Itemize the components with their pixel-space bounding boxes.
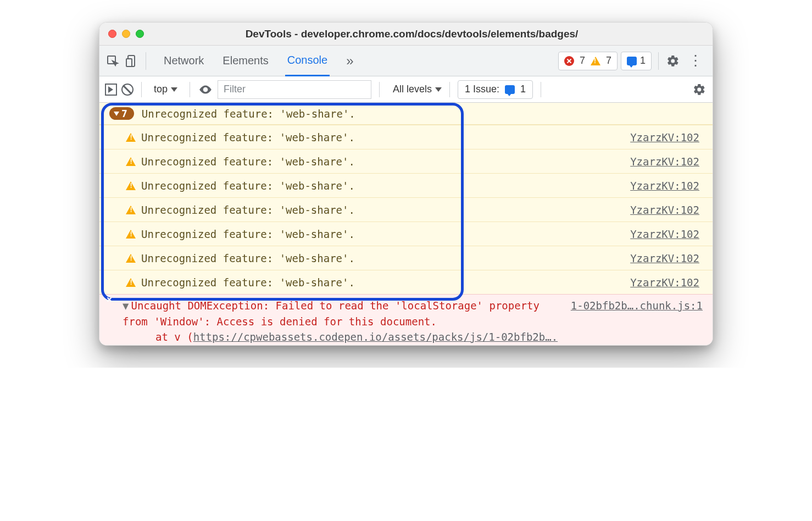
levels-label: All levels bbox=[393, 84, 432, 95]
filter-input[interactable] bbox=[218, 80, 371, 99]
toolbar-separator bbox=[146, 52, 146, 70]
tab-console[interactable]: Console bbox=[285, 46, 330, 76]
warning-icon bbox=[126, 206, 136, 214]
warning-row[interactable]: Unrecognized feature: 'web-share'. Yzarz… bbox=[99, 221, 713, 246]
clear-console-icon[interactable] bbox=[121, 84, 134, 96]
error-icon bbox=[564, 56, 574, 66]
log-levels-selector[interactable]: All levels bbox=[393, 84, 442, 95]
dropdown-icon bbox=[171, 87, 177, 92]
source-link[interactable]: YzarzKV:102 bbox=[630, 204, 699, 216]
issues-button[interactable]: 1 bbox=[621, 52, 652, 70]
warning-icon bbox=[126, 254, 136, 263]
warning-icon bbox=[126, 157, 136, 166]
warning-count: 7 bbox=[606, 55, 611, 66]
separator bbox=[190, 82, 190, 97]
source-link[interactable]: YzarzKV:102 bbox=[630, 131, 699, 143]
issues-pill-count: 1 bbox=[520, 84, 526, 95]
context-selector[interactable]: top bbox=[149, 81, 182, 97]
warning-message: Unrecognized feature: 'web-share'. bbox=[141, 156, 630, 168]
group-count: 7 bbox=[121, 108, 127, 119]
maximize-window-button[interactable] bbox=[136, 30, 144, 38]
group-message: Unrecognized feature: 'web-share'. bbox=[142, 108, 355, 120]
minimize-window-button[interactable] bbox=[122, 30, 130, 38]
source-link[interactable]: YzarzKV:102 bbox=[630, 156, 699, 168]
separator bbox=[379, 82, 380, 97]
warning-icon bbox=[591, 57, 600, 65]
issues-pill[interactable]: 1 Issue: 1 bbox=[458, 80, 533, 99]
warning-message: Unrecognized feature: 'web-share'. bbox=[141, 276, 630, 289]
error-count: 7 bbox=[580, 55, 585, 66]
inspect-element-icon[interactable] bbox=[105, 53, 120, 69]
separator bbox=[141, 82, 142, 97]
expand-icon bbox=[114, 112, 119, 116]
issues-label: 1 Issue: bbox=[465, 84, 499, 95]
console-log-pane: 7 Unrecognized feature: 'web-share'. Unr… bbox=[99, 103, 713, 345]
settings-icon[interactable] bbox=[665, 53, 681, 69]
warning-icon bbox=[126, 278, 136, 287]
warning-icon bbox=[126, 181, 136, 190]
group-count-badge: 7 bbox=[109, 107, 134, 120]
warning-icon bbox=[126, 133, 136, 142]
toolbar-separator bbox=[658, 52, 659, 70]
source-link[interactable]: YzarzKV:102 bbox=[630, 180, 699, 192]
title-bar: DevTools - developer.chrome.com/docs/dev… bbox=[99, 23, 713, 46]
more-options-icon[interactable]: ⋮ bbox=[684, 52, 707, 69]
warning-icon bbox=[126, 230, 136, 239]
error-row[interactable]: 1-02bfb2b….chunk.js:1 ▼Uncaught DOMExcep… bbox=[99, 294, 713, 345]
separator bbox=[541, 82, 541, 97]
source-link[interactable]: YzarzKV:102 bbox=[630, 252, 699, 264]
device-toggle-icon[interactable] bbox=[124, 53, 139, 69]
warning-row[interactable]: Unrecognized feature: 'web-share'. Yzarz… bbox=[99, 270, 713, 294]
error-message: Uncaught DOMException: Failed to read th… bbox=[123, 300, 540, 328]
devtools-window: DevTools - developer.chrome.com/docs/dev… bbox=[99, 22, 713, 346]
issues-icon bbox=[505, 85, 515, 94]
issues-icon bbox=[627, 57, 637, 65]
warning-row[interactable]: Unrecognized feature: 'web-share'. Yzarz… bbox=[99, 125, 713, 149]
stack-trace: at v (https://cpwebassets.codepen.io/ass… bbox=[123, 329, 703, 345]
console-filter-bar: top All levels 1 Issue: 1 bbox=[99, 76, 713, 103]
collapse-icon[interactable]: ▼ bbox=[123, 300, 129, 312]
main-toolbar: Network Elements Console » 7 7 1 ⋮ bbox=[99, 46, 713, 76]
svg-rect-2 bbox=[126, 59, 132, 66]
warning-row[interactable]: Unrecognized feature: 'web-share'. Yzarz… bbox=[99, 246, 713, 270]
source-link[interactable]: 1-02bfb2b….chunk.js:1 bbox=[571, 298, 703, 314]
toggle-sidebar-icon[interactable] bbox=[105, 84, 117, 96]
issues-count: 1 bbox=[640, 55, 646, 66]
warning-row[interactable]: Unrecognized feature: 'web-share'. Yzarz… bbox=[99, 149, 713, 173]
warning-group-header[interactable]: 7 Unrecognized feature: 'web-share'. bbox=[99, 103, 713, 125]
stack-prefix: at v ( bbox=[155, 331, 193, 343]
source-link[interactable]: YzarzKV:102 bbox=[630, 228, 699, 240]
warning-row[interactable]: Unrecognized feature: 'web-share'. Yzarz… bbox=[99, 197, 713, 221]
separator bbox=[449, 82, 450, 97]
warning-message: Unrecognized feature: 'web-share'. bbox=[141, 204, 630, 216]
panel-tabs: Network Elements Console » bbox=[162, 46, 353, 76]
more-tabs-icon[interactable]: » bbox=[346, 53, 353, 69]
close-window-button[interactable] bbox=[108, 30, 116, 38]
tab-network[interactable]: Network bbox=[162, 46, 206, 76]
source-link[interactable]: YzarzKV:102 bbox=[630, 276, 699, 289]
traffic-lights bbox=[108, 30, 144, 38]
context-label: top bbox=[154, 84, 168, 95]
stack-link[interactable]: https://cpwebassets.codepen.io/assets/pa… bbox=[193, 331, 558, 343]
tab-elements[interactable]: Elements bbox=[220, 46, 270, 76]
live-expression-icon[interactable] bbox=[198, 82, 213, 97]
warning-row[interactable]: Unrecognized feature: 'web-share'. Yzarz… bbox=[99, 173, 713, 197]
warning-message: Unrecognized feature: 'web-share'. bbox=[141, 131, 630, 143]
error-warning-counter[interactable]: 7 7 bbox=[558, 52, 618, 70]
window-title: DevTools - developer.chrome.com/docs/dev… bbox=[153, 28, 671, 40]
warning-message: Unrecognized feature: 'web-share'. bbox=[141, 180, 630, 192]
dropdown-icon bbox=[435, 87, 442, 92]
warning-message: Unrecognized feature: 'web-share'. bbox=[141, 228, 630, 240]
console-settings-icon[interactable] bbox=[692, 82, 707, 97]
warning-message: Unrecognized feature: 'web-share'. bbox=[141, 252, 630, 264]
